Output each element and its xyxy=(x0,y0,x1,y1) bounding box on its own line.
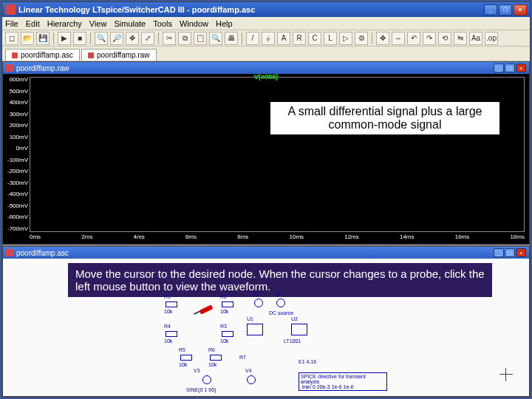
menu-simulate[interactable]: Simulate xyxy=(114,19,146,28)
spice-note-1: SPICE directive for transient analysis xyxy=(301,374,385,384)
component-v3[interactable] xyxy=(202,375,211,384)
child-maximize-button[interactable]: □ xyxy=(505,248,515,257)
child-close-button[interactable]: × xyxy=(516,248,526,257)
move-icon[interactable]: ✥ xyxy=(376,32,389,45)
x-tick: 16ms xyxy=(455,233,470,242)
run-icon[interactable]: ▶ xyxy=(58,32,71,45)
x-axis[interactable]: 0ms 2ms 4ms 6ms 8ms 10ms 12ms 14ms 16ms … xyxy=(30,233,525,242)
component-u1[interactable] xyxy=(247,324,263,335)
menu-tools[interactable]: Tools xyxy=(153,19,172,28)
file-tabs: poordiffamp.asc poordiffamp.raw xyxy=(2,47,530,61)
component-v2[interactable] xyxy=(276,299,285,307)
stop-icon[interactable]: ■ xyxy=(73,32,86,45)
x-tick: 14ms xyxy=(400,233,415,242)
pan-icon[interactable]: ✥ xyxy=(126,32,139,45)
schematic-window: poordiffamp.asc _ □ × Move the cursor to… xyxy=(2,246,530,397)
value-r5: 10k xyxy=(179,362,187,367)
new-icon[interactable]: ◻ xyxy=(5,32,18,45)
spice-directive-note[interactable]: SPICE directive for transient analysis .… xyxy=(299,372,387,391)
menu-help[interactable]: Help xyxy=(216,19,233,28)
menu-view[interactable]: View xyxy=(89,19,107,28)
label-e1: E1 4.16 xyxy=(299,359,316,364)
print-icon[interactable]: 🖶 xyxy=(225,32,238,45)
menu-edit[interactable]: Edit xyxy=(26,19,40,28)
value-r6: 10k xyxy=(208,362,216,367)
component-v1[interactable] xyxy=(254,299,263,307)
schematic-canvas[interactable]: Move the cursor to the desired node. Whe… xyxy=(3,259,529,396)
label-icon[interactable]: A xyxy=(277,32,290,45)
save-icon[interactable]: 💾 xyxy=(36,32,50,45)
cut-icon[interactable]: ✂ xyxy=(163,32,176,45)
y-tick: -400mV xyxy=(3,191,28,197)
paste-icon[interactable]: 📋 xyxy=(194,32,207,45)
drag-icon[interactable]: ↔ xyxy=(392,32,405,45)
y-tick: -600mV xyxy=(3,214,28,220)
zoom-out-icon[interactable]: 🔎 xyxy=(110,32,123,45)
minimize-button[interactable]: _ xyxy=(484,4,497,16)
schematic-file-icon xyxy=(6,249,13,256)
probe-cursor-icon[interactable] xyxy=(194,306,216,316)
waveform-window: poordiffamp.raw _ □ × V(n006) 600mV 500m… xyxy=(2,61,530,245)
x-tick: 0ms xyxy=(30,233,41,242)
y-tick: -500mV xyxy=(3,203,28,209)
component-r3[interactable] xyxy=(222,331,233,337)
component-r4[interactable] xyxy=(166,331,177,337)
plot-annotation: A small differential signal plus a large… xyxy=(270,102,499,134)
crosshair-cursor-icon xyxy=(499,368,513,381)
component-u2[interactable] xyxy=(291,324,307,335)
label-dc-source: DC source xyxy=(269,310,293,316)
component-r6[interactable] xyxy=(210,355,222,361)
main-window: Linear Technology LTspice/SwitcherCAD II… xyxy=(1,1,531,398)
x-tick: 10ms xyxy=(289,233,304,242)
component-r2[interactable] xyxy=(222,301,233,307)
child-close-button[interactable]: × xyxy=(516,64,526,72)
component-r5[interactable] xyxy=(180,355,192,361)
menu-window[interactable]: Window xyxy=(180,19,208,28)
child-maximize-button[interactable]: □ xyxy=(505,64,515,72)
label-r3: R3 xyxy=(220,324,227,329)
x-tick: 2ms xyxy=(81,233,92,242)
undo-icon[interactable]: ↶ xyxy=(407,32,420,45)
sep xyxy=(90,33,91,44)
child-minimize-button[interactable]: _ xyxy=(494,64,504,72)
app-title: Linear Technology LTspice/SwitcherCAD II… xyxy=(18,5,484,14)
close-button[interactable]: × xyxy=(514,4,527,16)
text-icon[interactable]: Aa xyxy=(469,32,482,45)
zoom-in-icon[interactable]: 🔍 xyxy=(95,32,108,45)
spice-icon[interactable]: .op xyxy=(485,32,498,45)
spice-note-2: .tran 0 20e-3 1e-6 1e-6 xyxy=(301,384,385,389)
child-minimize-button[interactable]: _ xyxy=(494,248,504,257)
y-tick: 100mV xyxy=(3,134,28,140)
menu-file[interactable]: File xyxy=(5,19,18,28)
tab-schematic[interactable]: poordiffamp.asc xyxy=(5,49,80,61)
waveform-file-icon xyxy=(88,52,94,58)
menu-hierarchy[interactable]: Hierarchy xyxy=(47,19,82,28)
component-icon[interactable]: ⚙ xyxy=(355,32,368,45)
y-axis[interactable]: 600mV 500mV 400mV 300mV 200mV 100mV 0mV … xyxy=(3,77,30,232)
ground-icon[interactable]: ⏚ xyxy=(262,32,275,45)
open-icon[interactable]: 📂 xyxy=(21,32,34,45)
fit-icon[interactable]: ⤢ xyxy=(141,32,154,45)
label-r4: R4 xyxy=(164,324,171,329)
plot-area[interactable]: V(n006) 600mV 500mV 400mV 300mV 200mV 10… xyxy=(3,74,529,244)
diode-icon[interactable]: ▷ xyxy=(339,32,352,45)
find-icon[interactable]: 🔍 xyxy=(209,32,222,45)
y-tick: 600mV xyxy=(3,77,28,83)
ind-icon[interactable]: L xyxy=(324,32,337,45)
wire-icon[interactable]: / xyxy=(246,32,259,45)
rotate-icon[interactable]: ⟲ xyxy=(438,32,451,45)
mirror-icon[interactable]: ⇋ xyxy=(454,32,467,45)
y-tick: 300mV xyxy=(3,112,28,117)
cap-icon[interactable]: C xyxy=(308,32,321,45)
waveform-title: poordiffamp.raw xyxy=(16,64,494,72)
x-tick: 6ms xyxy=(185,233,197,242)
tab-waveform[interactable]: poordiffamp.raw xyxy=(81,49,157,61)
resistor-icon[interactable]: R xyxy=(293,32,306,45)
component-r1[interactable] xyxy=(166,301,177,307)
redo-icon[interactable]: ↷ xyxy=(423,32,436,45)
copy-icon[interactable]: ⧉ xyxy=(178,32,191,45)
tab-label: poordiffamp.asc xyxy=(21,51,73,59)
component-v4[interactable] xyxy=(247,375,256,384)
sep xyxy=(372,33,372,44)
maximize-button[interactable]: □ xyxy=(499,4,512,16)
